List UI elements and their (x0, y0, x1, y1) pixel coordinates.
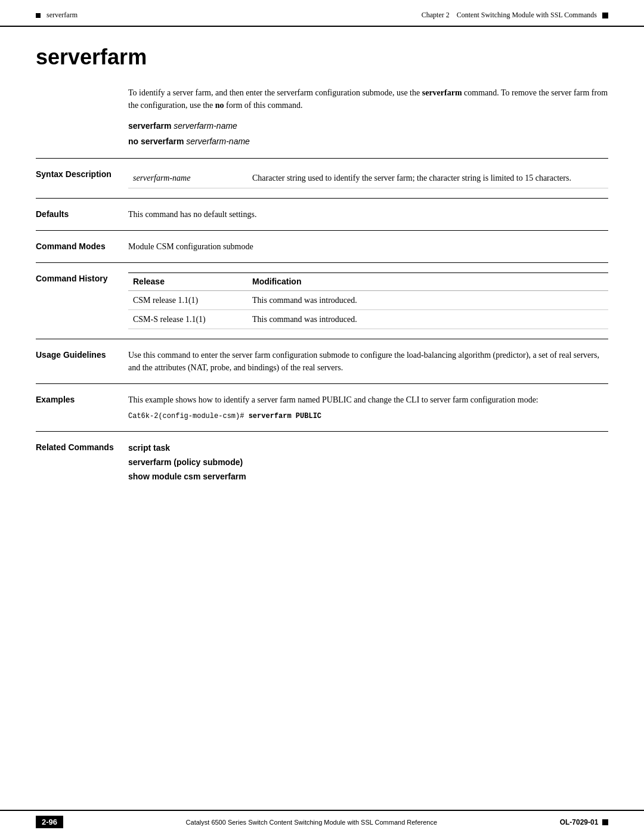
examples-label: Examples (36, 394, 128, 404)
related-commands-row: Related Commands script taskserverfarm (… (36, 431, 608, 493)
footer-block-icon (602, 819, 608, 825)
command-modes-label: Command Modes (36, 240, 128, 251)
footer-doc-num: OL-7029-01 (560, 818, 608, 826)
command-modes-row: Command Modes Module CSM configuration s… (36, 230, 608, 262)
history-table-row: CSM-S release 1.1(1)This command was int… (128, 310, 608, 329)
footer-doc-num-text: OL-7029-01 (560, 818, 599, 826)
sections: Syntax Description serverfarm-name Chara… (36, 158, 608, 493)
header-chapter-title: Content Switching Module with SSL Comman… (457, 11, 597, 19)
syntax1-bold: serverfarm (128, 121, 171, 131)
syntax-description-label: Syntax Description (36, 168, 128, 179)
header-right: Chapter 2 Content Switching Module with … (422, 11, 608, 20)
syntax-description-content: serverfarm-name Character string used to… (128, 168, 608, 188)
usage-guidelines-label: Usage Guidelines (36, 349, 128, 360)
history-col1-header: Release (128, 273, 247, 291)
syntax-line-2: no serverfarm serverfarm-name (128, 137, 608, 146)
history-table-header-row: Release Modification (128, 273, 608, 291)
related-commands-label: Related Commands (36, 441, 128, 452)
syntax-param: serverfarm-name (128, 168, 247, 188)
header-tag: serverfarm (47, 11, 78, 20)
syntax-table: serverfarm-name Character string used to… (128, 168, 608, 188)
related-command-item: serverfarm (policy submode) (128, 456, 608, 470)
defaults-label: Defaults (36, 208, 128, 219)
code-prefix: Cat6k-2(config-module-csm)# (128, 412, 249, 420)
command-history-row: Command History Release Modification CSM… (36, 262, 608, 339)
history-table-row: CSM release 1.1(1)This command was intro… (128, 291, 608, 310)
history-release: CSM release 1.1(1) (128, 291, 247, 310)
related-command-item: show module csm serverfarm (128, 470, 608, 484)
examples-content: This example shows how to identify a ser… (128, 394, 608, 422)
related-command-item: script task (128, 441, 608, 456)
examples-row: Examples This example shows how to ident… (36, 383, 608, 431)
command-title: serverfarm (36, 45, 608, 70)
intro-description: To identify a server farm, and then ente… (128, 86, 608, 112)
related-commands-list: script taskserverfarm (policy submode)sh… (128, 441, 608, 484)
history-modification: This command was introduced. (247, 310, 608, 329)
example-code: Cat6k-2(config-module-csm)# serverfarm P… (128, 411, 608, 422)
page-content: serverfarm To identify a server farm, an… (0, 27, 644, 541)
syntax2-bold: no serverfarm (128, 137, 184, 146)
syntax-line-1: serverfarm serverfarm-name (128, 121, 608, 131)
header-left: serverfarm (36, 11, 78, 20)
defaults-row: Defaults This command has no default set… (36, 198, 608, 230)
command-history-label: Command History (36, 272, 128, 283)
page-footer: 2-96 Catalyst 6500 Series Switch Content… (0, 810, 644, 833)
syntax2-italic: serverfarm-name (186, 137, 250, 146)
command-history-content: Release Modification CSM release 1.1(1)T… (128, 272, 608, 329)
usage-guidelines-row: Usage Guidelines Use this command to ent… (36, 339, 608, 383)
footer-center-text: Catalyst 6500 Series Switch Content Swit… (63, 819, 560, 826)
header-chapter: Chapter 2 (422, 11, 450, 19)
page-header: serverfarm Chapter 2 Content Switching M… (0, 0, 644, 27)
history-modification: This command was introduced. (247, 291, 608, 310)
syntax-description-row: Syntax Description serverfarm-name Chara… (36, 158, 608, 198)
code-cmd: serverfarm PUBLIC (249, 412, 321, 420)
examples-text: This example shows how to identify a ser… (128, 394, 608, 406)
footer-page-num: 2-96 (36, 816, 63, 828)
usage-guidelines-content: Use this command to enter the server far… (128, 349, 608, 374)
related-commands-content: script taskserverfarm (policy submode)sh… (128, 441, 608, 484)
defaults-content: This command has no default settings. (128, 208, 608, 221)
header-block-icon (602, 13, 608, 18)
command-modes-content: Module CSM configuration submode (128, 240, 608, 253)
intro-section: To identify a server farm, and then ente… (128, 86, 608, 146)
history-table: Release Modification CSM release 1.1(1)T… (128, 272, 608, 329)
syntax1-italic: serverfarm-name (174, 121, 237, 131)
syntax-table-row: serverfarm-name Character string used to… (128, 168, 608, 188)
header-square-icon (36, 13, 41, 18)
history-release: CSM-S release 1.1(1) (128, 310, 247, 329)
history-col2-header: Modification (247, 273, 608, 291)
syntax-desc-text: Character string used to identify the se… (247, 168, 608, 188)
